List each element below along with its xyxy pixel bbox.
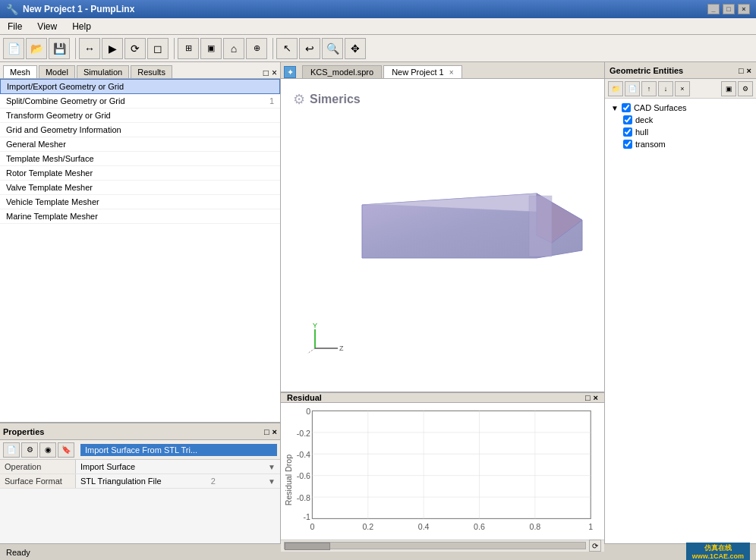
close-button[interactable]: × (738, 4, 750, 14)
tree-checkbox-hull[interactable] (623, 127, 632, 137)
new-tab-icon[interactable]: ✦ (284, 66, 296, 78)
geo-close-button[interactable]: × (747, 66, 751, 75)
mesh-item-template-mesh[interactable]: Template Mesh/Surface (0, 152, 280, 166)
residual-header: Residual □ × (281, 393, 604, 403)
mesh-item-label: General Mesher (6, 140, 66, 149)
select-button[interactable]: ▶ (102, 38, 123, 59)
geo-btn-4[interactable]: ↓ (658, 81, 673, 96)
zoom-fit-button[interactable]: ⊕ (246, 38, 267, 59)
mesh-item-vehicle[interactable]: Vehicle Template Mesher (0, 195, 280, 209)
svg-text:Z: Z (339, 344, 344, 352)
tab-simulation[interactable]: Simulation (77, 65, 129, 78)
svg-text:0.2: 0.2 (362, 522, 373, 531)
tab-kcs-model[interactable]: KCS_model.spro (302, 65, 382, 78)
geo-btn-6[interactable]: ▣ (721, 81, 736, 96)
grid-button[interactable]: ⊞ (178, 38, 199, 59)
zoom-button[interactable]: 🔍 (322, 38, 343, 59)
minimize-button[interactable]: _ (707, 4, 720, 14)
undo-button[interactable]: ↩ (299, 38, 320, 59)
props-btn-4[interactable]: 🔖 (58, 442, 74, 458)
residual-scrollbar[interactable]: ⟳ (281, 540, 604, 552)
panel-float-button[interactable]: □ (263, 68, 269, 78)
tree-label-deck: deck (635, 115, 653, 124)
tab-new-project-1[interactable]: New Project 1 × (383, 65, 461, 78)
open-button[interactable]: 📂 (26, 38, 47, 59)
rotate-button[interactable]: ⟳ (124, 38, 146, 59)
tab-np1-close[interactable]: × (449, 68, 454, 77)
toolbar-btn-5[interactable]: ▣ (200, 38, 222, 59)
tab-results[interactable]: Results (131, 65, 172, 78)
tree-checkbox-cad-surfaces[interactable] (622, 103, 631, 112)
geo-btn-2[interactable]: 📄 (625, 81, 640, 96)
tab-new-project-button[interactable]: ✦ (284, 66, 299, 78)
refresh-button[interactable]: ⟳ (589, 540, 601, 552)
titlebar: 🔧 New Project 1 - PumpLinx _ □ × (0, 0, 756, 18)
geo-btn-1[interactable]: 📁 (608, 81, 623, 96)
props-close-button[interactable]: × (272, 427, 277, 436)
tab-mesh[interactable]: Mesh (3, 65, 37, 78)
mesh-item-rotor[interactable]: Rotor Template Mesher (0, 166, 280, 181)
tree-checkbox-transom[interactable] (623, 140, 632, 149)
mesh-item-label: Template Mesh/Surface (6, 154, 94, 163)
props-operation-dropdown-icon[interactable]: ▼ (268, 463, 276, 471)
mesh-item-label: Valve Template Mesher (6, 183, 93, 192)
mesh-item-valve[interactable]: Valve Template Mesher (0, 181, 280, 195)
props-btn-3[interactable]: ◉ (39, 442, 56, 458)
props-float-button[interactable]: □ (264, 427, 269, 436)
mesh-item-general-mesher[interactable]: General Mesher (0, 137, 280, 152)
new-button[interactable]: 📄 (3, 38, 24, 59)
menu-view[interactable]: View (33, 20, 61, 33)
maximize-button[interactable]: □ (723, 4, 735, 14)
mesh-item-grid-info[interactable]: Grid and Geometry Information (0, 123, 280, 137)
props-value-operation[interactable]: Import Surface ▼ (76, 460, 280, 473)
geo-float-button[interactable]: □ (739, 66, 744, 75)
save-button[interactable]: 💾 (49, 38, 70, 59)
tree-item-transom[interactable]: transom (620, 138, 753, 150)
pointer-button[interactable]: ↖ (276, 38, 298, 59)
panel-close-button[interactable]: × (272, 68, 277, 78)
move-button[interactable]: ↔ (79, 38, 100, 59)
geo-entities-header: Geometric Entities □ × (605, 62, 756, 79)
properties-body: Operation Import Surface ▼ Surface Forma… (0, 460, 280, 543)
pan-button[interactable]: ✥ (345, 38, 366, 59)
tree-toggle-root[interactable]: ▼ (611, 104, 619, 112)
tree-item-hull[interactable]: hull (620, 126, 753, 138)
mesh-item-import-export[interactable]: Import/Export Geometry or Grid (0, 79, 280, 94)
menu-file[interactable]: File (3, 20, 27, 33)
residual-float-button[interactable]: □ (585, 393, 591, 402)
cube-button[interactable]: ◻ (147, 38, 169, 59)
geo-btn-7[interactable]: ⚙ (738, 81, 753, 96)
statusbar-watermark: 仿真在线 www.1CAE.com (686, 543, 750, 560)
properties-toolbar: 📄 ⚙ ◉ 🔖 Import Surface From STL Tri... (0, 440, 280, 460)
residual-close-button[interactable]: × (594, 393, 598, 402)
tree-label-transom: transom (635, 140, 666, 149)
panel-tab-controls: □ × (263, 68, 277, 78)
window-controls[interactable]: _ □ × (707, 4, 750, 14)
mesh-item-split-combine[interactable]: Split/Combine Geometry or Grid 1 (0, 94, 280, 109)
tab-model[interactable]: Model (39, 65, 75, 78)
titlebar-title: New Project 1 - PumpLinx (23, 4, 134, 14)
viewport-axes: Y Z (304, 322, 349, 361)
viewport[interactable]: ⚙ Simerics 1CAE.COM (281, 79, 604, 392)
svg-text:-0.8: -0.8 (297, 493, 310, 502)
scrollbar-track[interactable] (284, 542, 586, 549)
props-format-dropdown-icon[interactable]: ▼ (268, 477, 276, 486)
tree-checkbox-deck[interactable] (623, 115, 632, 124)
props-value-surface-format[interactable]: STL Triangulation File 2 ▼ (76, 474, 280, 488)
props-btn-1[interactable]: 📄 (3, 442, 20, 458)
app-icon: 🔧 (6, 4, 18, 15)
mesh-item-transform[interactable]: Transform Geometry or Grid (0, 109, 280, 123)
home-button[interactable]: ⌂ (223, 38, 244, 59)
tree-label-cad-surfaces: CAD Surfaces (634, 103, 687, 112)
center-panel: ✦ KCS_model.spro New Project 1 × ⚙ Simer… (281, 62, 604, 543)
geo-btn-3[interactable]: ↑ (641, 81, 657, 96)
scrollbar-thumb[interactable] (285, 543, 330, 550)
menu-help[interactable]: Help (68, 20, 96, 33)
mesh-item-marine[interactable]: Marine Template Mesher (0, 209, 280, 224)
geo-btn-5[interactable]: × (675, 81, 690, 96)
tree-item-deck[interactable]: deck (620, 114, 753, 126)
props-btn-2[interactable]: ⚙ (21, 442, 38, 458)
toolbar-separator-2 (172, 38, 175, 59)
tree-root[interactable]: ▼ CAD Surfaces (608, 102, 753, 114)
svg-text:0.6: 0.6 (474, 522, 485, 531)
